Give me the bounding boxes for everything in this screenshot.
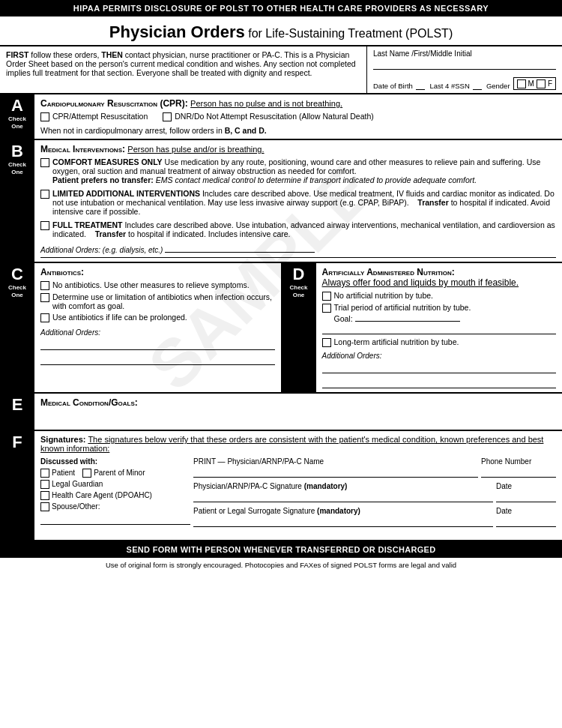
- section-b-option1-checkbox[interactable]: [40, 158, 49, 167]
- d-goal-label: Goal:: [334, 314, 353, 323]
- gender-male-checkbox[interactable]: [517, 79, 526, 88]
- section-b-option2: LIMITED ADDITIONAL INTERVENTIONS Include…: [40, 189, 556, 216]
- header-left: FIRST follow these orders, THEN contact …: [0, 46, 367, 93]
- section-d-check-one: CheckOne: [289, 284, 307, 298]
- b-additional-label: Additional Orders:: [40, 246, 100, 254]
- ssn-field[interactable]: [473, 79, 482, 90]
- section-d-option2-text: Trial period of artificial nutrition by …: [334, 303, 557, 323]
- section-d-title: Artificially Administered Nutrition: Alw…: [322, 267, 557, 288]
- section-e-title: Medical Condition/Goals:: [40, 397, 556, 408]
- section-b-additional: Additional Orders: (e.g. dialysis, etc.): [40, 243, 556, 254]
- section-a-option1-row: CPR/Attempt Resuscitation: [40, 112, 148, 121]
- patient-date-label: Date: [496, 507, 556, 515]
- b-additional-line: [40, 257, 556, 258]
- section-e-title-text: Medical Condition/Goals:: [40, 397, 138, 408]
- b-opt1-text2: EMS contact medical control to determine…: [154, 175, 477, 184]
- section-b-option1-text: COMFORT MEASURES ONLY Use medication by …: [52, 157, 556, 184]
- phone-field[interactable]: [481, 467, 556, 478]
- section-b-title: Medical Interventions: Person has pulse …: [40, 144, 556, 154]
- patient-sig-field[interactable]: [193, 517, 493, 527]
- phys-date-label: Date: [496, 482, 556, 490]
- section-d-option3-text: Long-term artificial nutrition by tube.: [334, 337, 557, 346]
- section-c-option1-checkbox[interactable]: [40, 281, 49, 290]
- discussed-with-label: Discussed with:: [40, 457, 190, 466]
- b-additional-field[interactable]: [165, 243, 315, 253]
- section-c-option2-checkbox[interactable]: [40, 293, 49, 302]
- c-additional-field2[interactable]: [40, 355, 275, 365]
- section-f: F Signatures: The signatures below verif…: [0, 431, 562, 541]
- section-c-label: C CheckOne: [0, 263, 34, 392]
- ssn-label: Last 4 #SSN: [429, 82, 469, 90]
- section-d-title-text: Artificially Administered Nutrition:: [322, 267, 455, 277]
- d-goal-field2[interactable]: [322, 325, 557, 334]
- phys-date-field[interactable]: [496, 492, 556, 502]
- phys-sig-field[interactable]: [193, 492, 493, 502]
- section-b-option3-text: FULL TREATMENT Includes care described a…: [52, 220, 556, 238]
- c-additional-field1[interactable]: [40, 340, 275, 350]
- section-d-additional: Additional Orders:: [322, 352, 557, 388]
- phys-sig-row: Physician/ARNP/PA-C Signature (mandatory…: [193, 482, 556, 504]
- section-b-content: Medical Interventions: Person has pulse …: [34, 140, 562, 262]
- section-c-additional: Additional Orders:: [40, 328, 275, 365]
- section-d-subtitle: Always offer food and liquids by mouth i…: [322, 277, 519, 288]
- dob-row: Date of Birth Last 4 #SSN Gender M F: [373, 77, 556, 90]
- spouse-checkbox[interactable]: [40, 502, 49, 511]
- d-additional-field1[interactable]: [322, 363, 557, 373]
- dob-field[interactable]: [416, 79, 426, 90]
- print-label: PRINT — Physician/ARNP/PA-C Name: [193, 457, 478, 466]
- section-d-content: Artificially Administered Nutrition: Alw…: [316, 263, 563, 392]
- b-opt2-bold2: Transfer: [417, 198, 448, 207]
- phys-sig-block: Physician/ARNP/PA-C Signature (mandatory…: [193, 482, 493, 504]
- section-c-option2-row: Determine use or limitation of antibioti…: [40, 292, 275, 310]
- discussed-row1: Patient Parent of Minor: [40, 468, 190, 478]
- section-b-letter: B: [11, 143, 23, 160]
- section-e-letter: E: [12, 397, 23, 413]
- title-sub: for Life-Sustaining Treatment (POLST): [245, 27, 453, 40]
- section-d-option1-checkbox[interactable]: [322, 292, 331, 301]
- section-a-option2-row: DNR/Do Not Attempt Resuscitation (Allow …: [163, 112, 374, 121]
- section-d-option2-checkbox[interactable]: [322, 304, 331, 313]
- section-f-title-row: Signatures: The signatures below verify …: [40, 435, 556, 453]
- section-e-content: Medical Condition/Goals:: [34, 394, 562, 430]
- b-opt2-label: LIMITED ADDITIONAL INTERVENTIONS: [52, 189, 200, 198]
- section-a-subtitle: Person has no pulse and is not breathing…: [190, 99, 342, 108]
- section-f-content: Signatures: The signatures below verify …: [34, 431, 562, 540]
- c-additional-label: Additional Orders:: [40, 328, 275, 337]
- section-d-option1-text: No artificial nutrition by tube.: [334, 291, 557, 300]
- print-field[interactable]: [193, 467, 478, 478]
- gender-female-checkbox[interactable]: [537, 79, 546, 88]
- section-c-option3-checkbox[interactable]: [40, 313, 49, 322]
- section-d: D CheckOne Artificially Administered Nut…: [282, 263, 563, 392]
- name-field[interactable]: [373, 59, 556, 70]
- name-label: Last Name /First/Middle Initial: [373, 49, 556, 58]
- guardian-checkbox[interactable]: [40, 480, 49, 489]
- section-e: E Medical Condition/Goals:: [0, 394, 562, 431]
- section-e-label: E: [0, 394, 34, 430]
- section-b-title-text: Medical Interventions:: [40, 144, 125, 154]
- section-a-option1-checkbox[interactable]: [40, 112, 49, 121]
- print-row: PRINT — Physician/ARNP/PA-C Name Phone N…: [193, 457, 556, 479]
- patient-checkbox[interactable]: [40, 469, 49, 478]
- section-a-option2-checkbox[interactable]: [163, 112, 172, 121]
- section-a-options: CPR/Attempt Resuscitation DNR/Do Not Att…: [40, 112, 556, 124]
- hca-checkbox[interactable]: [40, 491, 49, 500]
- b-opt3-text2: to hospital if indicated. Includes inten…: [126, 229, 290, 238]
- d-additional-label: Additional Orders:: [322, 352, 557, 360]
- parent-checkbox[interactable]: [82, 469, 91, 478]
- section-b-option2-checkbox[interactable]: [40, 190, 49, 199]
- section-b-option3-checkbox[interactable]: [40, 221, 49, 230]
- patient-date-field[interactable]: [496, 517, 556, 527]
- d-additional-field2[interactable]: [322, 378, 557, 388]
- header-right: Last Name /First/Middle Initial Date of …: [367, 46, 562, 93]
- section-d-option3-checkbox[interactable]: [322, 338, 331, 347]
- d-goal-field[interactable]: [355, 312, 460, 322]
- discussed-with-block: Discussed with: Patient Parent of Minor: [40, 457, 190, 532]
- section-f-label: F: [0, 431, 34, 540]
- section-a-title: Cardiopulmonary Resuscitation (CPR): Per…: [40, 98, 556, 109]
- section-c-content: Antibiotics: No antibiotics. Use other m…: [34, 263, 281, 392]
- discussed-field[interactable]: [40, 514, 190, 525]
- section-a-note-text: When not in cardiopulmonary arrest, foll…: [40, 126, 225, 135]
- section-b: B CheckOne Medical Interventions: Person…: [0, 140, 562, 263]
- b-additional-example: (e.g. dialysis, etc.): [100, 246, 163, 254]
- section-c-check-one: CheckOne: [8, 284, 26, 298]
